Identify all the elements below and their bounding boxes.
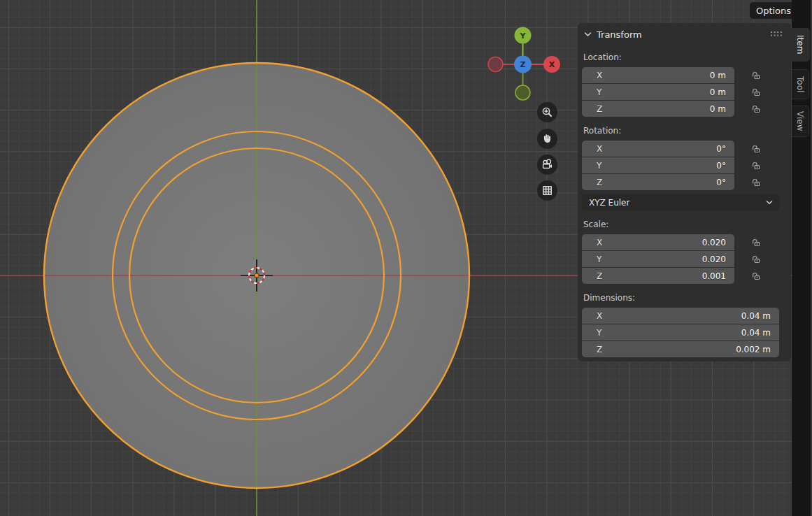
unlock-icon bbox=[751, 104, 761, 114]
tab-tool[interactable]: Tool bbox=[792, 69, 809, 99]
location-x-field[interactable]: X 0 m bbox=[582, 67, 734, 83]
location-group: X 0 m Y 0 m Z 0 m bbox=[582, 67, 788, 117]
location-y-row: Y 0 m bbox=[582, 84, 788, 100]
rotation-y-row: Y 0° bbox=[582, 157, 788, 173]
location-z-row: Z 0 m bbox=[582, 101, 788, 117]
rotation-x-field[interactable]: X 0° bbox=[582, 141, 734, 157]
dimensions-x-field[interactable]: X 0.04 m bbox=[582, 308, 779, 324]
rotation-z-lock[interactable] bbox=[734, 178, 778, 187]
gizmo-z-ball[interactable]: Z bbox=[514, 56, 532, 73]
rotation-section-label: Rotation: bbox=[583, 125, 788, 136]
blender-window: Y X Z bbox=[0, 0, 812, 516]
chevron-down-icon bbox=[584, 31, 592, 37]
camera-view-icon bbox=[541, 159, 553, 171]
zoom-button[interactable] bbox=[537, 102, 557, 122]
dimensions-group: X 0.04 m Y 0.04 m Z 0.002 m bbox=[582, 308, 788, 357]
location-z-lock[interactable] bbox=[734, 104, 778, 114]
tab-view[interactable]: View bbox=[792, 106, 809, 137]
scale-y-lock[interactable] bbox=[734, 255, 778, 264]
scale-x-lock[interactable] bbox=[734, 238, 778, 248]
scale-section-label: Scale: bbox=[583, 219, 788, 230]
unlock-icon bbox=[751, 71, 761, 80]
dimensions-y-row: Y 0.04 m bbox=[582, 324, 788, 341]
grid-view-button[interactable] bbox=[537, 180, 557, 201]
rotation-mode-dropdown[interactable]: XYZ Euler bbox=[582, 194, 779, 210]
rotation-x-row: X 0° bbox=[582, 141, 788, 157]
transform-panel-header[interactable]: Transform bbox=[582, 27, 788, 42]
unlock-icon bbox=[751, 87, 761, 97]
gizmo-minus-y-ball[interactable] bbox=[515, 85, 530, 100]
location-x-lock[interactable] bbox=[734, 71, 778, 80]
rotation-z-field[interactable]: Z 0° bbox=[582, 174, 734, 190]
scale-y-field[interactable]: Y 0.020 bbox=[582, 251, 734, 267]
scale-z-field[interactable]: Z 0.001 bbox=[582, 268, 734, 284]
tab-item[interactable]: Item bbox=[791, 28, 810, 62]
rotation-mode-value: XYZ Euler bbox=[589, 198, 629, 208]
dimensions-section-label: Dimensions: bbox=[583, 292, 788, 303]
location-y-lock[interactable] bbox=[734, 87, 778, 97]
dimensions-x-row: X 0.04 m bbox=[582, 308, 788, 324]
scale-z-lock[interactable] bbox=[734, 271, 778, 281]
gizmo-minus-x-ball[interactable] bbox=[488, 57, 503, 72]
location-z-field[interactable]: Z 0 m bbox=[582, 101, 734, 117]
rotation-z-row: Z 0° bbox=[582, 174, 788, 190]
scale-x-field[interactable]: X 0.020 bbox=[582, 234, 734, 250]
scale-y-row: Y 0.020 bbox=[582, 251, 788, 267]
zoom-icon bbox=[541, 106, 553, 118]
rotation-y-lock[interactable] bbox=[734, 161, 778, 171]
pan-hand-icon bbox=[541, 133, 553, 145]
unlock-icon bbox=[751, 255, 761, 264]
location-section-label: Location: bbox=[583, 52, 788, 63]
rotation-y-field[interactable]: Y 0° bbox=[582, 157, 734, 173]
panel-grip-icon[interactable] bbox=[771, 31, 783, 37]
rotation-group: X 0° Y 0° Z 0° bbox=[582, 141, 788, 190]
dimensions-z-row: Z 0.002 m bbox=[582, 341, 788, 357]
dimensions-z-field[interactable]: Z 0.002 m bbox=[582, 341, 779, 357]
dimensions-y-field[interactable]: Y 0.04 m bbox=[582, 324, 779, 341]
location-x-row: X 0 m bbox=[582, 67, 788, 83]
object-origin-dot bbox=[255, 273, 259, 278]
unlock-icon bbox=[751, 271, 761, 281]
location-y-field[interactable]: Y 0 m bbox=[582, 84, 734, 100]
options-label: Options bbox=[756, 6, 791, 16]
gizmo-y-ball[interactable]: Y bbox=[515, 27, 532, 44]
scale-z-row: Z 0.001 bbox=[582, 268, 788, 284]
transform-panel: Transform Location: X 0 m Y 0 bbox=[578, 23, 791, 361]
scale-group: X 0.020 Y 0.020 Z 0.001 bbox=[582, 234, 788, 284]
svg-text:Y: Y bbox=[520, 31, 527, 41]
pan-button[interactable] bbox=[537, 129, 557, 149]
sidebar-tab-strip: Item Tool View bbox=[792, 0, 812, 516]
unlock-icon bbox=[751, 178, 761, 187]
scale-x-row: X 0.020 bbox=[582, 234, 788, 250]
rotation-x-lock[interactable] bbox=[734, 144, 778, 154]
grid-view-icon bbox=[541, 185, 553, 196]
gizmo-x-ball[interactable]: X bbox=[543, 56, 560, 73]
unlock-icon bbox=[751, 238, 761, 248]
unlock-icon bbox=[751, 144, 761, 154]
camera-view-button[interactable] bbox=[537, 155, 557, 175]
panel-title: Transform bbox=[597, 29, 642, 40]
navigation-gizmo[interactable]: Y X Z bbox=[481, 21, 562, 102]
chevron-down-icon bbox=[766, 200, 773, 205]
svg-text:X: X bbox=[549, 60, 555, 69]
unlock-icon bbox=[751, 161, 761, 171]
svg-text:Z: Z bbox=[520, 60, 526, 69]
